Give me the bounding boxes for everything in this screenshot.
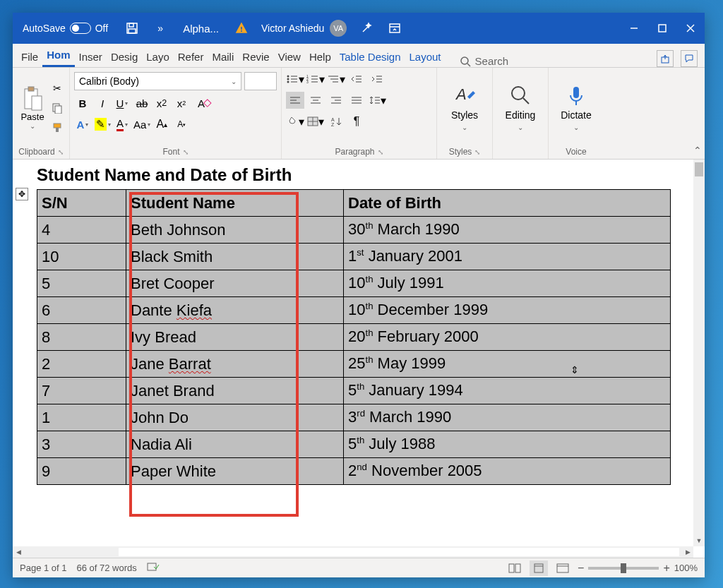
cell-sn[interactable]: 10: [37, 244, 126, 270]
multilevel-button[interactable]: ▾: [327, 71, 345, 88]
tab-help[interactable]: Help: [305, 47, 335, 67]
cell-dob[interactable]: 10th December 1999: [344, 297, 671, 324]
dialog-launcher-icon[interactable]: ⤡: [474, 148, 480, 156]
cell-name[interactable]: Dante Kiefa: [126, 297, 344, 324]
share-button[interactable]: [657, 50, 674, 67]
sort-button[interactable]: AZ: [327, 113, 345, 130]
align-right-button[interactable]: [327, 92, 345, 109]
table-row[interactable]: 8Ivy Bread20th February 2000: [37, 324, 671, 351]
dialog-launcher-icon[interactable]: ⤡: [183, 148, 189, 156]
cell-name[interactable]: Paper White: [126, 458, 344, 485]
header-dob[interactable]: Date of Birth: [344, 190, 671, 217]
scroll-left-icon[interactable]: ◀: [13, 546, 24, 558]
page-indicator[interactable]: Page 1 of 1: [20, 563, 67, 573]
change-case-button[interactable]: Aa▾: [133, 116, 150, 133]
bold-button[interactable]: B: [74, 95, 91, 112]
bullets-button[interactable]: ▾: [286, 71, 304, 88]
read-mode-button[interactable]: [506, 560, 524, 576]
cell-name[interactable]: Bret Cooper: [126, 270, 344, 297]
tab-file[interactable]: File: [17, 47, 42, 67]
warning-icon[interactable]: [227, 13, 256, 44]
maximize-button[interactable]: [648, 13, 676, 44]
font-color-button[interactable]: A▾: [114, 116, 131, 133]
scroll-thumb[interactable]: [695, 162, 703, 176]
spellcheck-button[interactable]: [147, 561, 160, 575]
cell-dob[interactable]: 25th May 1999: [344, 351, 671, 378]
styles-button[interactable]: A Styles⌄: [441, 84, 488, 131]
align-center-button[interactable]: [306, 92, 325, 109]
cut-button[interactable]: ✂: [49, 80, 65, 96]
horizontal-scrollbar[interactable]: ◀ ▶: [13, 546, 693, 558]
cell-dob[interactable]: 20th February 2000: [344, 324, 671, 351]
cell-name[interactable]: Janet Brand: [126, 378, 344, 404]
font-size-combo[interactable]: [244, 72, 277, 90]
close-button[interactable]: [676, 13, 705, 44]
minimize-button[interactable]: [620, 13, 648, 44]
cell-sn[interactable]: 3: [37, 431, 126, 458]
table-row[interactable]: 1John Do3rd March 1990: [37, 404, 671, 431]
search-box[interactable]: Search: [460, 55, 509, 67]
cell-sn[interactable]: 8: [37, 324, 126, 351]
cell-sn[interactable]: 5: [37, 270, 126, 297]
zoom-in-button[interactable]: +: [663, 562, 669, 575]
zoom-out-button[interactable]: −: [578, 562, 584, 575]
cell-dob[interactable]: 5th July 1988: [344, 431, 671, 458]
header-sn[interactable]: S/N: [37, 190, 126, 217]
numbering-button[interactable]: 123▾: [306, 71, 325, 88]
cell-dob[interactable]: 1st January 2001: [344, 244, 671, 270]
justify-button[interactable]: [347, 92, 366, 109]
cell-sn[interactable]: 6: [37, 297, 126, 324]
cell-name[interactable]: Ivy Bread: [126, 324, 344, 351]
text-effects-button[interactable]: A▾: [74, 116, 91, 133]
dialog-launcher-icon[interactable]: ⤡: [58, 148, 64, 156]
word-count[interactable]: 66 of 72 words: [77, 563, 137, 573]
cell-sn[interactable]: 1: [37, 404, 126, 431]
header-name[interactable]: Student Name: [126, 190, 344, 217]
comments-button[interactable]: [681, 50, 698, 67]
increase-indent-button[interactable]: [368, 71, 386, 88]
cell-name[interactable]: Black Smith: [126, 244, 344, 270]
save-button[interactable]: [118, 13, 146, 44]
web-layout-button[interactable]: [554, 560, 572, 576]
table-row[interactable]: 6Dante Kiefa10th December 1999: [37, 297, 671, 324]
table-row[interactable]: 7Janet Brand5th January 1994: [37, 378, 671, 404]
cell-sn[interactable]: 4: [37, 217, 126, 244]
format-painter-button[interactable]: [49, 120, 65, 136]
dialog-launcher-icon[interactable]: ⤡: [378, 148, 383, 156]
cell-dob[interactable]: 10th July 1991: [344, 270, 671, 297]
font-family-combo[interactable]: Calibri (Body)⌄: [74, 72, 241, 90]
tab-references[interactable]: Refer: [174, 47, 208, 67]
table-row[interactable]: 3Nadia Ali5th July 1988: [37, 431, 671, 458]
strikethrough-button[interactable]: ab: [133, 95, 150, 112]
shading-button[interactable]: ▾: [286, 113, 304, 130]
superscript-button[interactable]: x2: [173, 95, 190, 112]
table-row[interactable]: 9Paper White2nd November 2005: [37, 458, 671, 485]
clear-format-button[interactable]: A◇: [193, 95, 210, 112]
cell-name[interactable]: Beth Johnson: [126, 217, 344, 244]
ribbon-mode-button[interactable]: [381, 13, 409, 44]
cell-name[interactable]: Jane Barrat: [126, 351, 344, 378]
editing-button[interactable]: Editing⌄: [497, 84, 544, 131]
table-row[interactable]: 4Beth Johnson30th March 1990: [37, 217, 671, 244]
user-account[interactable]: Victor Ashiedu VA: [256, 20, 352, 37]
decrease-indent-button[interactable]: [347, 71, 366, 88]
tab-view[interactable]: View: [274, 47, 305, 67]
cell-name[interactable]: Nadia Ali: [126, 431, 344, 458]
show-marks-button[interactable]: ¶: [347, 113, 366, 130]
print-layout-button[interactable]: [530, 560, 548, 576]
table-row[interactable]: 5Bret Cooper10th July 1991: [37, 270, 671, 297]
copy-button[interactable]: [49, 100, 65, 116]
zoom-slider[interactable]: [588, 567, 659, 570]
underline-button[interactable]: U▾: [114, 95, 131, 112]
collapse-ribbon-button[interactable]: ⌃: [693, 145, 702, 156]
tab-table-design[interactable]: Table Design: [335, 47, 405, 67]
dictate-button[interactable]: Dictate⌄: [553, 84, 599, 131]
cell-dob[interactable]: 3rd March 1990: [344, 404, 671, 431]
italic-button[interactable]: I: [94, 95, 111, 112]
qat-more-button[interactable]: »: [146, 13, 174, 44]
paste-button[interactable]: Paste ⌄: [17, 86, 48, 130]
subscript-button[interactable]: x2: [153, 95, 170, 112]
cell-dob[interactable]: 5th January 1994: [344, 378, 671, 404]
table-move-handle-icon[interactable]: ✥: [16, 188, 28, 200]
table-row[interactable]: 2Jane Barrat25th May 1999: [37, 351, 671, 378]
